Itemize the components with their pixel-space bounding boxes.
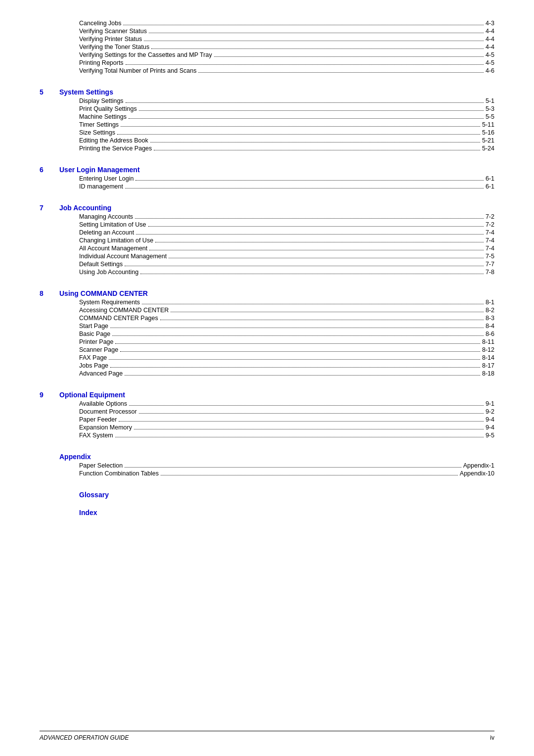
section-header-5: 5 System Settings	[40, 88, 494, 96]
toc-page: 8-6	[486, 331, 494, 337]
toc-page: 7-4	[486, 245, 494, 252]
toc-entry: Deleting an Account 7-4	[40, 229, 494, 236]
toc-entry: Printer Page 8-11	[40, 338, 494, 345]
toc-dots	[125, 188, 484, 189]
toc-entry: Individual Account Management 7-5	[40, 253, 494, 260]
toc-section-top: Canceling Jobs 4-3 Verifying Scanner Sta…	[40, 20, 494, 74]
toc-page: 4-3	[486, 20, 494, 27]
toc-label: Paper Selection	[79, 462, 123, 469]
toc-entry: Available Options 9-1	[40, 400, 494, 407]
section-title-5: System Settings	[59, 88, 113, 96]
toc-entry: Verifying Scanner Status 4-4	[40, 28, 494, 35]
toc-entry: Advanced Page 8-18	[40, 370, 494, 377]
toc-page: 5-21	[482, 137, 494, 144]
toc-page: 9-4	[486, 424, 494, 431]
section-num-6: 6	[40, 166, 59, 174]
toc-page: 4-4	[486, 28, 494, 35]
toc-entry: Start Page 8-4	[40, 323, 494, 330]
toc-page: 7-7	[486, 261, 494, 268]
toc-dots	[119, 421, 483, 422]
toc-entry: Timer Settings 5-11	[40, 121, 494, 128]
section-header-8: 8 Using COMMAND CENTER	[40, 289, 494, 297]
toc-label: COMMAND CENTER Pages	[79, 315, 158, 322]
toc-entry: Editing the Address Book 5-21	[40, 137, 494, 144]
toc-label: Setting Limitation of Use	[79, 221, 146, 228]
toc-page: 7-4	[486, 237, 494, 244]
section-num-8: 8	[40, 289, 59, 297]
toc-dots	[169, 258, 484, 258]
toc-dots	[155, 242, 484, 242]
toc-page: 8-2	[486, 307, 494, 314]
section-title-7: Job Accounting	[59, 204, 111, 212]
toc-entry: Printing Reports 4-5	[40, 59, 494, 66]
footer-page-number: iv	[490, 734, 494, 741]
toc-page: 7-2	[486, 213, 494, 220]
toc-label: Document Processor	[79, 408, 137, 415]
toc-label: Size Settings	[79, 129, 115, 136]
toc-section-7: 7 Job Accounting Managing Accounts 7-2 S…	[40, 204, 494, 276]
toc-dots	[136, 234, 484, 235]
toc-dots	[126, 102, 484, 103]
toc-label: Available Options	[79, 400, 127, 407]
toc-entry: Machine Settings 5-5	[40, 113, 494, 120]
toc-dots	[117, 134, 480, 135]
toc-label: Basic Page	[79, 331, 110, 337]
toc-entry: Basic Page 8-6	[40, 331, 494, 337]
toc-dots	[151, 48, 484, 49]
toc-entry: Expansion Memory 9-4	[40, 424, 494, 431]
toc-page: 5-24	[482, 145, 494, 152]
toc-dots	[140, 274, 484, 274]
section-num-9: 9	[40, 391, 59, 399]
toc-dots	[129, 118, 484, 119]
toc-page: 5-1	[486, 97, 494, 104]
toc-page: 9-4	[486, 416, 494, 423]
toc-entry: Verifying Total Number of Prints and Sca…	[40, 67, 494, 74]
toc-page: 6-1	[486, 183, 494, 190]
toc-label: Individual Account Management	[79, 253, 167, 260]
toc-page: 4-4	[486, 36, 494, 43]
toc-section-5: 5 System Settings Display Settings 5-1 P…	[40, 88, 494, 152]
toc-dots	[109, 359, 480, 360]
toc-label: Printing Reports	[79, 59, 124, 66]
toc-dots	[135, 180, 483, 181]
toc-entry: Paper Feeder 9-4	[40, 416, 494, 423]
toc-page: 4-5	[486, 51, 494, 58]
section-title-6: User Login Management	[59, 166, 140, 174]
toc-dots	[121, 126, 480, 127]
toc-label: Managing Accounts	[79, 213, 133, 220]
toc-entry: Canceling Jobs 4-3	[40, 20, 494, 27]
section-header-6: 6 User Login Management	[40, 166, 494, 174]
toc-dots	[110, 328, 484, 328]
toc-label: Jobs Page	[79, 362, 108, 369]
toc-label: Scanner Page	[79, 346, 118, 353]
toc-label: Canceling Jobs	[79, 20, 121, 27]
toc-entry: ID management 6-1	[40, 183, 494, 190]
toc-page: 7-2	[486, 221, 494, 228]
toc-entry: Managing Accounts 7-2	[40, 213, 494, 220]
toc-dots	[126, 64, 484, 65]
toc-entry: Printing the Service Pages 5-24	[40, 145, 494, 152]
toc-label: Print Quality Settings	[79, 105, 137, 112]
toc-page: 4-4	[486, 44, 494, 50]
toc-entry: Scanner Page 8-12	[40, 346, 494, 353]
toc-entry: All Account Management 7-4	[40, 245, 494, 252]
section-title-appendix: Appendix	[59, 453, 91, 461]
toc-entry: Verifying Settings for the Cassettes and…	[40, 51, 494, 58]
toc-dots	[144, 41, 484, 41]
toc-label: Advanced Page	[79, 370, 123, 377]
index-title: Index	[79, 509, 494, 517]
toc-page: 4-5	[486, 59, 494, 66]
toc-entry: System Requirements 8-1	[40, 299, 494, 306]
section-title-8: Using COMMAND CENTER	[59, 289, 148, 297]
toc-label: Expansion Memory	[79, 424, 132, 431]
toc-entry: Using Job Accounting 7-8	[40, 269, 494, 276]
section-header-appendix: Appendix	[40, 453, 494, 461]
toc-page: 8-11	[482, 338, 494, 345]
toc-dots	[135, 218, 484, 219]
toc-section-appendix: Appendix Paper Selection Appendix-1 Func…	[40, 453, 494, 477]
toc-dots	[142, 304, 484, 304]
toc-dots	[149, 33, 484, 33]
toc-page: 5-3	[486, 105, 494, 112]
toc-entry: FAX Page 8-14	[40, 354, 494, 361]
toc-dots	[161, 475, 458, 475]
